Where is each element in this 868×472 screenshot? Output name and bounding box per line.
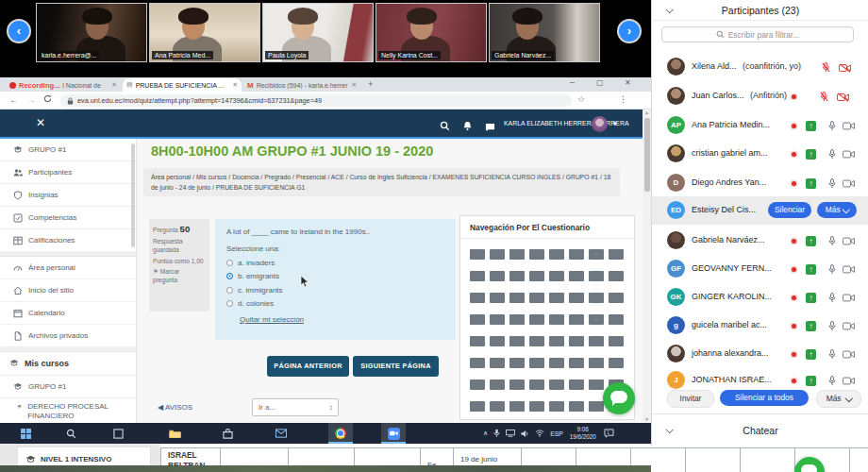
previous-activity-link[interactable]: ◀ AVISOS <box>158 403 192 412</box>
window-minimize-button[interactable]: – <box>570 77 575 87</box>
chat-section-title[interactable]: Chatear <box>652 425 868 436</box>
video-off-icon[interactable] <box>839 61 851 74</box>
video-tile[interactable]: Ana Patricia Med... <box>149 3 260 62</box>
rec-icon[interactable] <box>788 177 800 190</box>
question-nav-square[interactable] <box>509 271 525 281</box>
question-nav-square[interactable] <box>529 293 544 303</box>
share-icon[interactable]: ↑ <box>805 177 817 190</box>
answer-option[interactable]: b. emigrants <box>226 272 444 280</box>
video-tile[interactable]: Gabriela Narváez... <box>489 3 600 62</box>
participant-row[interactable]: gguicela maribel ac...↑ <box>652 312 868 340</box>
video-icon[interactable] <box>843 320 855 332</box>
notifications-bell-icon[interactable] <box>462 118 473 135</box>
rec-icon[interactable] <box>788 292 800 304</box>
browser-tab[interactable]: ▤PRUEBA DE SUFICIENCIA G1 (pá✕ <box>123 78 242 92</box>
question-nav-square[interactable] <box>589 401 604 412</box>
mail-icon[interactable] <box>269 423 293 444</box>
tab-close-icon[interactable]: ✕ <box>111 81 117 89</box>
videos-scroll-right-button[interactable]: › <box>619 21 640 42</box>
question-nav-square[interactable] <box>609 293 624 303</box>
rec-icon[interactable] <box>788 235 800 247</box>
video-icon[interactable] <box>843 177 855 190</box>
question-nav-square[interactable] <box>589 379 604 390</box>
mic-icon[interactable] <box>826 177 838 190</box>
question-nav-square[interactable] <box>490 401 505 412</box>
background-course-label[interactable]: NIVEL 1 INTENSIVO <box>41 455 111 464</box>
radio-selected[interactable] <box>226 273 233 279</box>
question-nav-square[interactable] <box>529 358 544 368</box>
invite-button[interactable]: Invitar <box>667 390 714 408</box>
share-icon[interactable]: ↑ <box>805 235 817 247</box>
close-drawer-icon[interactable]: ✕ <box>36 116 45 129</box>
new-tab-button[interactable]: + <box>368 79 373 89</box>
participant-row[interactable]: Xilena Ald... (coanfitrión, yo) <box>652 53 868 81</box>
question-nav-square[interactable] <box>509 358 525 368</box>
rec-icon[interactable] <box>788 120 800 132</box>
mic-icon[interactable] <box>826 148 838 160</box>
question-nav-square[interactable] <box>549 358 564 368</box>
question-nav-square[interactable] <box>609 249 624 260</box>
question-nav-square[interactable] <box>470 401 485 412</box>
video-icon[interactable] <box>843 292 855 304</box>
share-icon[interactable]: ↑ <box>805 348 817 361</box>
mute-all-button[interactable]: Silenciar a todos <box>720 390 809 406</box>
question-nav-square[interactable] <box>549 401 564 412</box>
mic-icon[interactable] <box>826 320 838 332</box>
video-tile[interactable]: Nelly Karina Cost... <box>376 3 487 62</box>
start-button[interactable] <box>13 423 38 444</box>
sidebar-item[interactable]: Archivos privados <box>0 325 136 347</box>
refresh-icon[interactable] <box>43 94 52 105</box>
question-nav-square[interactable] <box>569 271 584 281</box>
question-nav-square[interactable] <box>470 249 485 260</box>
mute-participant-button[interactable]: Silenciar <box>768 202 811 218</box>
videos-scroll-left-button[interactable]: ‹ <box>8 21 29 42</box>
forward-button[interactable]: → <box>26 94 36 105</box>
zoom-taskbar-icon[interactable] <box>381 423 406 444</box>
tray-expand-icon[interactable]: ∧ <box>483 430 488 437</box>
question-nav-square[interactable] <box>549 379 564 390</box>
question-nav-square[interactable] <box>569 249 584 260</box>
question-nav-square[interactable] <box>609 358 624 368</box>
question-nav-square[interactable] <box>509 336 525 346</box>
participant-row[interactable]: johanna alexandra...↑ <box>652 340 868 368</box>
answer-option[interactable]: c. immigrants <box>226 286 444 295</box>
search-icon[interactable] <box>440 118 450 135</box>
rec-icon[interactable] <box>788 148 800 160</box>
question-nav-square[interactable] <box>470 336 485 346</box>
navbar-user-name[interactable]: KARLA ELIZABETH HERRERA HERRERA <box>504 120 589 126</box>
sidebar-course-item[interactable]: GRUPO #1 <box>0 376 136 398</box>
previous-page-button[interactable]: PÁGINA ANTERIOR <box>267 356 349 377</box>
tray-speaker-icon[interactable] <box>521 430 529 438</box>
question-nav-square[interactable] <box>569 401 584 412</box>
messages-icon[interactable] <box>485 119 495 136</box>
question-nav-square[interactable] <box>549 314 564 325</box>
mic-icon[interactable] <box>826 348 838 361</box>
question-nav-square[interactable] <box>589 293 604 303</box>
file-explorer-icon[interactable] <box>162 423 187 444</box>
question-nav-square[interactable] <box>509 249 525 260</box>
participant-row[interactable]: Gabriela Narváez...↑ <box>652 227 868 255</box>
participant-row[interactable]: Juan Carlos... (Anfitrión) <box>652 82 868 110</box>
question-nav-square[interactable] <box>569 379 584 390</box>
tray-device-icon[interactable] <box>506 430 515 437</box>
tray-clock[interactable]: 9:06 19/6/2020 <box>570 426 596 441</box>
question-nav-square[interactable] <box>529 401 544 412</box>
question-nav-square[interactable] <box>529 249 544 260</box>
rec-icon[interactable] <box>788 91 800 103</box>
sidebar-item[interactable]: Insignias <box>0 184 136 207</box>
browser-menu-icon[interactable]: ⋮ <box>619 94 627 104</box>
sidebar-item[interactable]: GRUPO #1 <box>0 139 136 161</box>
sidebar-item[interactable]: Inicio del sitio <box>0 279 136 302</box>
rec-icon[interactable] <box>788 375 800 387</box>
share-icon[interactable]: ↑ <box>805 263 817 276</box>
question-nav-square[interactable] <box>529 336 544 346</box>
sidebar-item[interactable]: Competencias <box>0 207 136 229</box>
sidebar-scrollbar[interactable] <box>131 143 135 247</box>
question-nav-square[interactable] <box>490 358 505 368</box>
tray-mic-icon[interactable] <box>493 429 500 438</box>
participant-row[interactable]: EDEsteisy Del Cis...SilenciarMás <box>652 196 868 225</box>
share-icon[interactable]: ↑ <box>805 120 817 132</box>
next-page-button[interactable]: SIGUIENTE PÁGINA <box>353 356 439 377</box>
question-nav-square[interactable] <box>569 314 584 325</box>
video-icon[interactable] <box>843 263 855 276</box>
